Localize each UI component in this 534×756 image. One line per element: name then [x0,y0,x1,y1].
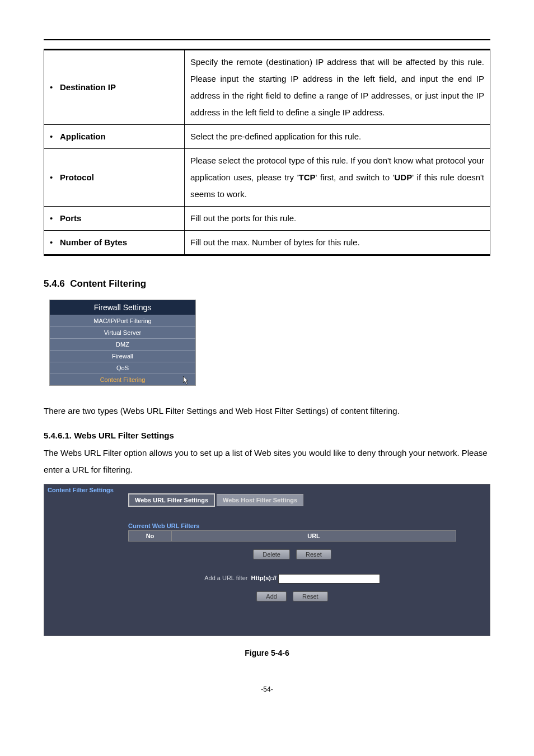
section-heading: 5.4.6 Content Filtering [44,278,490,290]
add-url-prefix: Http(s):// [251,575,277,581]
sidebar-item-mac-ip-port[interactable]: MAC/IP/Port Filtering [50,315,195,327]
col-no: No [129,531,172,542]
row-bytes-val: Fill out the max. Number of bytes for th… [185,231,490,255]
col-url: URL [172,531,456,542]
row-bytes-key: •Number of Bytes [44,231,185,255]
sidebar-item-dmz[interactable]: DMZ [50,339,195,351]
panel-tabs: Webs URL Filter Settings Webs Host Filte… [128,493,456,507]
delete-button[interactable]: Delete [253,549,290,559]
sidebar-item-virtual-server[interactable]: Virtual Server [50,327,195,339]
firewall-sidebar: Firewall Settings MAC/IP/Port Filtering … [49,300,196,386]
subsection-heading: 5.4.6.1. Webs URL Filter Settings [44,431,490,440]
add-url-label: Add a URL filter [204,575,247,581]
definition-table: •Destination IP Specify the remote (dest… [44,49,490,256]
sidebar-item-content-filtering[interactable]: Content Filtering [50,374,195,385]
reset-button-1[interactable]: Reset [296,549,331,559]
row-destination-ip-val: Specify the remote (destination) IP addr… [185,50,490,125]
reset-button-2[interactable]: Reset [293,591,328,601]
sidebar-item-firewall[interactable]: Firewall [50,351,195,362]
intro-paragraph: There are two types (Webs URL Filter Set… [44,403,490,419]
row-ports-val: Fill out the ports for this rule. [185,207,490,231]
row-application-val: Select the pre-defined application for t… [185,125,490,149]
panel-sidebar-title: Content Filter Settings [48,487,116,493]
table-title: Current Web URL Filters [128,522,456,529]
row-destination-ip-key: •Destination IP [44,50,185,125]
url-filters-table: No URL [128,530,456,542]
sidebar-head: Firewall Settings [50,300,195,315]
sidebar-item-qos[interactable]: QoS [50,362,195,374]
page-number: -54- [44,685,490,693]
row-protocol-key: •Protocol [44,149,185,207]
row-application-key: •Application [44,125,185,149]
subsection-paragraph: The Webs URL Filter option allows you to… [44,445,490,478]
figure-caption: Figure 5-4-6 [44,648,490,657]
url-input[interactable] [278,574,380,584]
tab-webs-host[interactable]: Webs Host Filter Settings [217,494,303,506]
row-protocol-val: Please select the protocol type of this … [185,149,490,207]
content-filter-panel: Content Filter Settings Webs URL Filter … [44,484,490,636]
panel-sidebar: Content Filter Settings [44,484,119,496]
row-ports-key: •Ports [44,207,185,231]
tab-webs-url[interactable]: Webs URL Filter Settings [128,493,215,507]
add-button[interactable]: Add [256,591,287,601]
cursor-icon [181,375,191,387]
